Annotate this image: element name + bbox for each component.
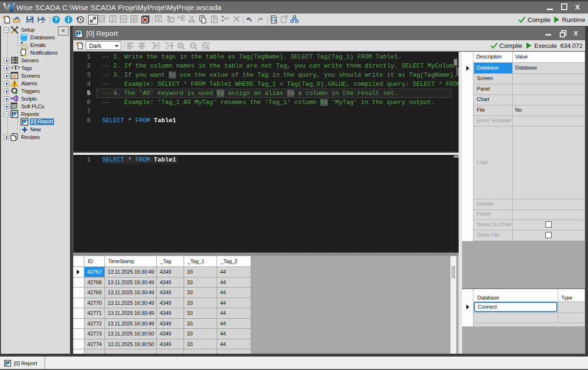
svg-text:?: ? bbox=[54, 16, 58, 23]
